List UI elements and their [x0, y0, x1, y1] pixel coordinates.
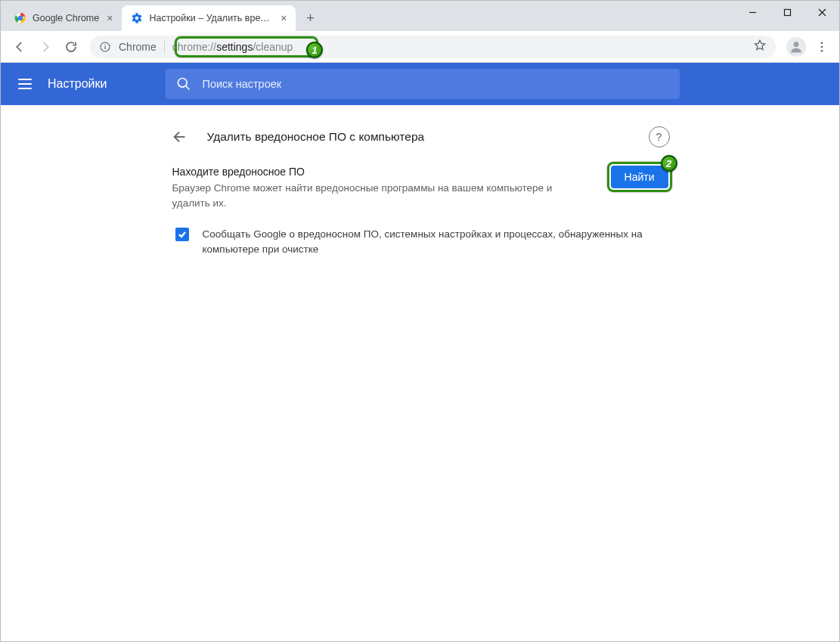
browser-window: Google Chrome × Настройки – Удалить вред… [0, 0, 840, 642]
window-controls [735, 1, 839, 31]
settings-header: Настройки [1, 63, 839, 105]
tab-title: Настройки – Удалить вредонос… [149, 13, 273, 23]
find-malware-section: Находите вредоносное ПО Браузер Chrome м… [163, 155, 677, 265]
site-info-icon [99, 41, 111, 53]
hamburger-menu-icon[interactable] [16, 75, 34, 93]
reload-button[interactable] [58, 34, 84, 60]
profile-avatar[interactable] [786, 37, 806, 57]
card-title: Удалить вредоносное ПО с компьютера [207, 130, 634, 144]
svg-point-9 [104, 44, 105, 45]
page-viewport: Настройки Удалить вредоносное ПО с компь… [1, 63, 839, 641]
settings-title: Настройки [48, 77, 107, 91]
help-icon[interactable]: ? [649, 126, 670, 147]
back-arrow-icon[interactable] [168, 125, 192, 149]
address-bar[interactable]: Chrome chrome://settings/cleanup [90, 36, 776, 58]
annotation-callout-1: 1 [306, 42, 323, 58]
report-checkbox-label: Сообщать Google о вредоносном ПО, систем… [203, 227, 668, 259]
close-window-button[interactable] [804, 1, 839, 23]
tab-settings-cleanup[interactable]: Настройки – Удалить вредонос… × [122, 5, 296, 31]
new-tab-button[interactable]: + [299, 7, 321, 29]
search-icon [176, 76, 191, 91]
bookmark-star-icon[interactable] [753, 39, 767, 54]
find-button-wrap: Найти 2 [611, 166, 668, 188]
section-description: Браузер Chrome может найти вредоносные п… [172, 181, 566, 212]
find-button[interactable]: Найти [611, 166, 668, 188]
tab-google-chrome[interactable]: Google Chrome × [5, 5, 122, 31]
titlebar: Google Chrome × Настройки – Удалить вред… [1, 1, 839, 31]
card-header: Удалить вредоносное ПО с компьютера ? [163, 119, 677, 155]
report-checkbox-row: Сообщать Google о вредоносном ПО, систем… [172, 227, 668, 259]
url-text: chrome://settings/cleanup [172, 41, 293, 53]
chrome-logo-icon [14, 12, 26, 24]
minimize-button[interactable] [735, 1, 770, 23]
svg-point-11 [794, 42, 799, 47]
close-icon[interactable]: × [105, 12, 114, 24]
section-heading: Находите вредоносное ПО [172, 166, 593, 178]
site-label: Chrome [119, 41, 157, 53]
back-button[interactable] [7, 34, 33, 60]
cleanup-card: Удалить вредоносное ПО с компьютера ? На… [163, 119, 677, 641]
svg-rect-5 [784, 9, 790, 15]
settings-body: Удалить вредоносное ПО с компьютера ? На… [1, 105, 839, 641]
toolbar: Chrome chrome://settings/cleanup [1, 31, 839, 63]
close-icon[interactable]: × [279, 12, 288, 24]
settings-search-input[interactable] [202, 78, 669, 90]
tab-title: Google Chrome [33, 13, 99, 23]
report-checkbox[interactable] [175, 228, 189, 241]
forward-button[interactable] [33, 34, 58, 60]
svg-rect-10 [104, 46, 105, 49]
settings-search[interactable] [166, 69, 680, 99]
gear-icon [131, 12, 143, 24]
svg-point-12 [821, 42, 823, 44]
maximize-button[interactable] [770, 1, 804, 23]
tab-strip: Google Chrome × Настройки – Удалить вред… [1, 1, 321, 31]
svg-point-13 [821, 45, 823, 48]
annotation-callout-2: 2 [661, 155, 677, 172]
kebab-menu-icon[interactable] [811, 36, 833, 58]
svg-point-14 [821, 49, 823, 51]
